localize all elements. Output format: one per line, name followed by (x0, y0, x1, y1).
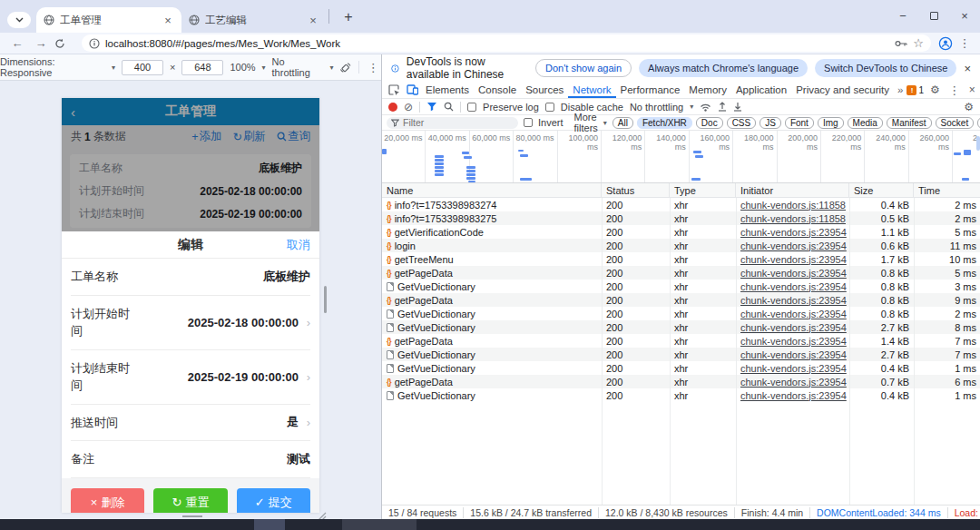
column-separator[interactable] (670, 198, 671, 505)
filter-chip-media[interactable]: Media (848, 117, 883, 129)
dialog-field--[interactable]: 计划开始时间2025-02-18 00:00:00› (71, 296, 310, 350)
tab-close-icon[interactable]: × (162, 14, 174, 27)
devtools-tab-privacy-and-security[interactable]: Privacy and security (791, 82, 894, 98)
dialog-field--[interactable]: 备注测试 (71, 441, 310, 478)
column-header-name[interactable]: Name (382, 183, 602, 197)
column-header-type[interactable]: Type (670, 183, 736, 197)
filter-chip-js[interactable]: JS (760, 117, 781, 129)
infobar-close-icon[interactable]: × (964, 62, 971, 75)
password-key-icon[interactable] (895, 39, 907, 48)
filter-chip-css[interactable]: CSS (727, 117, 757, 129)
initiator-link[interactable]: chunk-vendors.js:23954 (740, 349, 847, 360)
column-separator[interactable] (736, 198, 737, 505)
initiator-link[interactable]: chunk-vendors.js:11858 (740, 213, 846, 224)
initiator-link[interactable]: chunk-vendors.js:23954 (740, 254, 847, 265)
filter-chip-all[interactable]: All (612, 117, 633, 129)
omnibox[interactable]: localhost:8080/#/pages/mes/Mes_Work/Mes_… (82, 34, 931, 52)
column-separator[interactable] (849, 198, 850, 505)
zoom-select[interactable]: 100% (230, 62, 255, 73)
record-network-log-button[interactable] (388, 103, 397, 112)
devtools-close-icon[interactable]: × (969, 83, 975, 96)
filter-funnel-icon[interactable] (426, 102, 437, 112)
switch-to-chinese-button[interactable]: Switch DevTools to Chinese (815, 59, 956, 77)
initiator-link[interactable]: chunk-vendors.js:23954 (740, 390, 847, 401)
invert-filter-checkbox[interactable] (524, 118, 533, 127)
inspect-element-button[interactable] (385, 84, 403, 96)
preserve-log-checkbox[interactable] (467, 103, 476, 112)
dialog-mask-overlay[interactable] (62, 98, 319, 231)
network-overview-timeline[interactable]: 20,000 ms40,000 ms60,000 ms80,000 ms100,… (382, 131, 980, 183)
device-throttling-select[interactable]: No throttling (272, 56, 324, 78)
submit-button[interactable]: ✓提交 (237, 488, 310, 514)
more-tabs-button[interactable]: » (894, 84, 906, 95)
column-header-size[interactable]: Size (849, 183, 914, 197)
initiator-link[interactable]: chunk-vendors.js:11858 (740, 200, 846, 211)
network-request-row[interactable]: {}login200xhrchunk-vendors.js:239540.6 k… (382, 239, 980, 252)
column-separator[interactable] (914, 198, 915, 505)
devtools-tab-network[interactable]: Network (568, 82, 615, 98)
initiator-link[interactable]: chunk-vendors.js:23954 (740, 309, 847, 319)
forward-button[interactable]: → (31, 36, 51, 50)
initiator-link[interactable]: chunk-vendors.js:23954 (740, 336, 847, 347)
browser-tab-workorder[interactable]: 工单管理 × (36, 7, 181, 33)
profile-avatar[interactable] (938, 36, 953, 51)
reload-button[interactable] (54, 38, 74, 49)
url-text[interactable]: localhost:8080/#/pages/mes/Mes_Work/Mes_… (105, 38, 889, 49)
initiator-link[interactable]: chunk-vendors.js:23954 (740, 295, 847, 306)
maximize-button[interactable] (918, 0, 949, 31)
dialog-field--[interactable]: 工单名称底板维护 (71, 259, 310, 296)
initiator-link[interactable]: chunk-vendors.js:23954 (740, 377, 847, 388)
viewport-height-input[interactable] (181, 60, 223, 75)
column-header-status[interactable]: Status (602, 183, 670, 197)
filter-input[interactable] (387, 117, 518, 129)
network-request-row[interactable]: {}getPageData200xhrchunk-vendors.js:2395… (382, 293, 980, 307)
viewport-scrollbar-thumb[interactable] (324, 286, 327, 313)
new-tab-button[interactable]: + (337, 5, 360, 29)
minimize-button[interactable]: − (887, 0, 918, 31)
reset-button[interactable]: ↻重置 (153, 488, 227, 514)
import-har-icon[interactable] (718, 102, 727, 112)
network-request-row[interactable]: GetVueDictionary200xhrchunk-vendors.js:2… (382, 348, 980, 361)
filter-chip-font[interactable]: Font (785, 117, 814, 129)
network-throttling-select[interactable]: No throttling (630, 102, 683, 113)
column-separator[interactable] (602, 198, 603, 505)
initiator-link[interactable]: chunk-vendors.js:23954 (740, 322, 847, 333)
column-header-time[interactable]: Time (914, 183, 980, 197)
network-request-row[interactable]: {}getVierificationCode200xhrchunk-vendor… (382, 225, 980, 239)
tab-close-icon[interactable]: × (307, 14, 319, 27)
export-har-icon[interactable] (733, 102, 742, 112)
initiator-link[interactable]: chunk-vendors.js:23954 (740, 268, 847, 279)
device-toolbar-menu-icon[interactable]: ⋮ (366, 61, 381, 74)
initiator-link[interactable]: chunk-vendors.js:23954 (740, 227, 847, 238)
initiator-link[interactable]: chunk-vendors.js:23954 (740, 240, 847, 251)
devtools-tab-performance[interactable]: Performance (616, 82, 685, 98)
filter-chip-manifest[interactable]: Manifest (887, 117, 932, 129)
network-request-row[interactable]: GetVueDictionary200xhrchunk-vendors.js:2… (382, 361, 980, 375)
filter-chip-img[interactable]: Img (818, 117, 844, 129)
dont-show-again-button[interactable]: Don't show again (535, 59, 632, 77)
network-request-row[interactable]: {}getPageData200xhrchunk-vendors.js:2395… (382, 334, 980, 348)
browser-tab-process-edit[interactable]: 工艺编辑 × (181, 7, 327, 33)
network-request-row[interactable]: {}info?t=1753398983275200xhrchunk-vendor… (382, 211, 980, 225)
cancel-button[interactable]: 取消 (287, 237, 310, 253)
network-request-row[interactable]: {}getPageData200xhrchunk-vendors.js:2395… (382, 266, 980, 280)
devtools-tab-console[interactable]: Console (474, 82, 521, 98)
issues-counter[interactable]: !1 (906, 85, 924, 95)
match-chrome-language-button[interactable]: Always match Chrome's language (639, 59, 808, 77)
dialog-field--[interactable]: 计划结束时间2025-02-19 00:00:00› (71, 350, 310, 405)
initiator-link[interactable]: chunk-vendors.js:23954 (740, 363, 847, 374)
network-request-row[interactable]: GetVueDictionary200xhrchunk-vendors.js:2… (382, 307, 980, 320)
network-request-row[interactable]: {}getTreeMenu200xhrchunk-vendors.js:2395… (382, 252, 980, 266)
browser-menu-icon[interactable]: ⋮ (956, 36, 973, 50)
filter-chip-socket[interactable]: Socket (936, 117, 975, 129)
bookmark-star-icon[interactable]: ☆ (913, 36, 924, 50)
filter-chip-doc[interactable]: Doc (696, 117, 723, 129)
dimensions-select[interactable]: Dimensions: Responsive (0, 56, 105, 78)
network-request-row[interactable]: GetVueDictionary200xhrchunk-vendors.js:2… (382, 280, 980, 293)
network-request-row[interactable]: {}info?t=1753398983274200xhrchunk-vendor… (382, 198, 980, 211)
rotate-device-icon[interactable] (339, 62, 351, 74)
column-header-initiator[interactable]: Initiator (736, 183, 849, 197)
close-window-button[interactable]: × (949, 0, 980, 31)
toggle-device-toolbar-button[interactable] (403, 84, 421, 95)
devtools-tab-sources[interactable]: Sources (521, 82, 568, 98)
